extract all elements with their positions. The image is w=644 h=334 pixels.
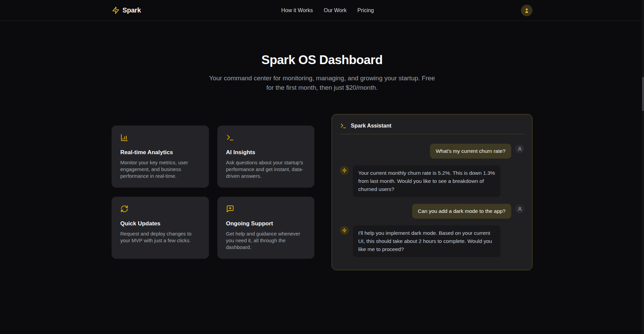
spark-assistant-panel: Spark Assistant What's my current churn …	[332, 114, 532, 270]
chat-message-assistant: Your current monthly churn rate is 5.2%.…	[340, 165, 524, 197]
feature-description: Monitor your key metrics, user engagemen…	[120, 159, 200, 179]
user-chat-avatar	[515, 144, 524, 153]
assistant-message-bubble: Your current monthly churn rate is 5.2%.…	[353, 165, 500, 197]
feature-card-quick-updates: Quick Updates Request and deploy changes…	[112, 197, 209, 259]
zap-icon	[342, 228, 347, 233]
nav-item-our-work[interactable]: Our Work	[324, 7, 346, 13]
chat-messages: What's my current churn rate? Your curre…	[340, 144, 524, 257]
zap-icon	[342, 168, 347, 173]
nav-links: How it Works Our Work Pricing	[281, 7, 374, 13]
brand-logo[interactable]: Spark	[112, 6, 141, 14]
panel-divider	[340, 134, 524, 134]
page-subtitle: Your command center for monitoring, mana…	[208, 74, 436, 92]
assistant-chat-avatar	[340, 226, 349, 235]
assistant-panel-title: Spark Assistant	[351, 123, 391, 129]
chart-column-icon	[120, 134, 128, 142]
feature-title: Ongoing Support	[226, 220, 306, 227]
assistant-chat-avatar	[340, 166, 349, 175]
nav-item-how-it-works[interactable]: How it Works	[281, 7, 313, 13]
feature-card-realtime-analytics: Real-time Analytics Monitor your key met…	[112, 126, 209, 188]
hero-section: Spark OS Dashboard Your command center f…	[0, 21, 644, 92]
brand-name: Spark	[123, 6, 141, 14]
user-round-icon	[517, 206, 522, 212]
assistant-panel-header: Spark Assistant	[340, 122, 524, 129]
terminal-icon	[226, 134, 234, 142]
message-square-plus-icon	[226, 205, 234, 213]
account-avatar-button[interactable]	[521, 5, 532, 16]
nav-container: Spark How it Works Our Work Pricing	[112, 5, 532, 16]
chat-message-user: What's my current churn rate?	[340, 144, 524, 159]
assistant-message-bubble: I'll help you implement dark mode. Based…	[353, 225, 500, 257]
main-content: Real-time Analytics Monitor your key met…	[112, 114, 532, 270]
feature-title: Real-time Analytics	[120, 149, 200, 156]
user-chat-avatar	[515, 204, 524, 213]
feature-description: Request and deploy changes to your MVP w…	[120, 230, 200, 244]
nav-item-pricing[interactable]: Pricing	[358, 7, 374, 13]
user-icon	[524, 7, 530, 13]
feature-grid: Real-time Analytics Monitor your key met…	[112, 126, 314, 259]
user-message-bubble: What's my current churn rate?	[430, 144, 511, 159]
feature-description: Get help and guidance whenever you need …	[226, 230, 306, 251]
user-message-bubble: Can you add a dark mode to the app?	[412, 204, 511, 219]
feature-description: Ask questions about your startup's perfo…	[226, 159, 306, 179]
top-nav: Spark How it Works Our Work Pricing	[0, 0, 644, 21]
scrollbar-thumb[interactable]	[642, 77, 644, 111]
user-round-icon	[517, 146, 522, 151]
feature-title: AI Insights	[226, 149, 306, 156]
refresh-cw-icon	[120, 205, 128, 213]
feature-card-ongoing-support: Ongoing Support Get help and guidance wh…	[217, 197, 315, 259]
scrollbar-track[interactable]	[642, 0, 644, 334]
terminal-icon	[340, 122, 347, 129]
chat-message-assistant: I'll help you implement dark mode. Based…	[340, 225, 524, 257]
chat-message-user: Can you add a dark mode to the app?	[340, 204, 524, 219]
zap-icon	[112, 6, 120, 14]
page-title: Spark OS Dashboard	[0, 53, 644, 67]
feature-card-ai-insights: AI Insights Ask questions about your sta…	[217, 126, 315, 188]
feature-title: Quick Updates	[120, 220, 200, 227]
